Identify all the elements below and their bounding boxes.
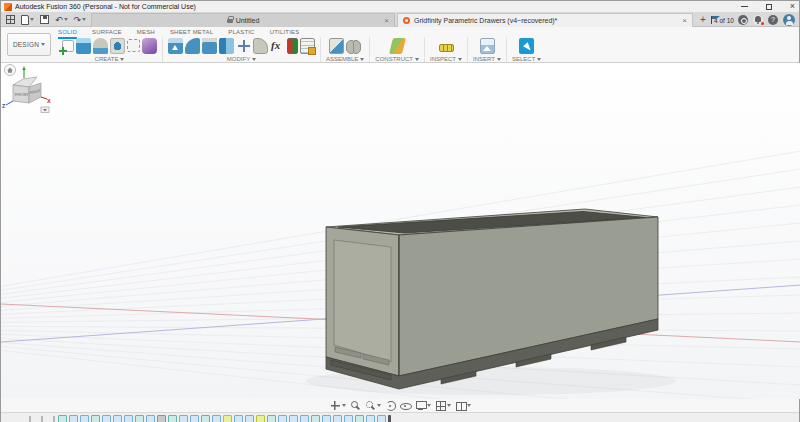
create-sketch-icon[interactable] xyxy=(62,40,74,52)
timeline-feature[interactable] xyxy=(245,415,254,422)
timeline-feature[interactable] xyxy=(278,415,287,422)
timeline-feature[interactable] xyxy=(179,415,188,422)
timeline-feature[interactable] xyxy=(355,415,364,422)
delete-icon[interactable] xyxy=(253,38,268,54)
create-form-icon[interactable] xyxy=(142,38,157,54)
timeline-play-controls[interactable] xyxy=(53,416,55,422)
timeline-feature[interactable] xyxy=(366,415,375,422)
modify-dropdown[interactable]: MODIFY xyxy=(168,56,315,62)
save-button[interactable] xyxy=(37,13,52,26)
shell-icon[interactable] xyxy=(202,38,217,54)
tab-untitled-label: Untitled xyxy=(236,17,260,24)
construction-plane-icon[interactable] xyxy=(389,38,406,54)
timeline-feature[interactable] xyxy=(102,415,111,422)
timeline-feature[interactable] xyxy=(311,415,320,422)
construct-dropdown[interactable]: CONSTRUCT xyxy=(375,56,419,62)
viewports-button[interactable] xyxy=(455,400,471,411)
close-button[interactable]: × xyxy=(790,2,795,11)
timeline-feature[interactable] xyxy=(135,415,144,422)
move-copy-icon[interactable] xyxy=(236,38,251,54)
select-dropdown[interactable]: SELECT xyxy=(512,56,541,62)
help-button[interactable]: ? xyxy=(768,15,778,25)
timeline-feature[interactable] xyxy=(212,415,221,422)
sweep-icon[interactable] xyxy=(93,38,108,54)
create-dropdown[interactable]: CREATE xyxy=(62,56,157,62)
change-parameters-icon[interactable] xyxy=(270,38,285,54)
timeline-feature[interactable] xyxy=(146,415,155,422)
file-menu-button[interactable] xyxy=(18,13,37,26)
timeline-feature[interactable] xyxy=(157,415,166,422)
assemble-dropdown[interactable]: ASSEMBLE xyxy=(326,56,364,62)
parameter-table-icon[interactable] xyxy=(300,38,315,54)
display-settings-button[interactable] xyxy=(415,400,431,411)
grid-and-snaps-button[interactable] xyxy=(435,400,451,411)
undo-button[interactable]: ↶ xyxy=(52,13,71,26)
insert-dropdown[interactable]: INSERT xyxy=(473,56,501,62)
insert-image-icon[interactable] xyxy=(480,38,495,54)
model-body[interactable] xyxy=(326,209,658,389)
tab-active-document[interactable]: Gridfinity Parametric Drawers (v4~recove… xyxy=(397,13,693,27)
timeline-feature[interactable] xyxy=(289,415,298,422)
fillet-icon[interactable] xyxy=(185,38,200,54)
timeline-feature[interactable] xyxy=(344,415,353,422)
timeline-feature[interactable] xyxy=(80,415,89,422)
timeline-feature[interactable] xyxy=(58,415,67,422)
minimize-button[interactable] xyxy=(741,6,748,7)
new-component-icon[interactable] xyxy=(329,38,344,54)
view-cube[interactable]: FRONT RIGHT Z X xyxy=(1,63,53,115)
timeline-play-controls[interactable] xyxy=(29,416,31,422)
physical-material-icon[interactable] xyxy=(287,38,298,54)
timeline-feature[interactable] xyxy=(113,415,122,422)
timeline-feature[interactable] xyxy=(201,415,210,422)
measure-icon[interactable] xyxy=(439,44,454,52)
timeline-feature[interactable] xyxy=(190,415,199,422)
redo-button[interactable]: ↷ xyxy=(71,13,90,26)
model-canvas xyxy=(1,63,800,399)
timeline-feature[interactable] xyxy=(91,415,100,422)
zoom-button[interactable] xyxy=(350,400,361,411)
orbit-button[interactable] xyxy=(385,400,396,411)
data-panel-button[interactable] xyxy=(3,13,18,26)
timeline-feature[interactable] xyxy=(300,415,309,422)
form-icon[interactable] xyxy=(127,39,140,52)
fit-button[interactable] xyxy=(365,400,381,411)
tab-bar: ↶ ↷ ⌂ Untitled × Gridfinity Parametric D… xyxy=(1,12,799,27)
press-pull-icon[interactable] xyxy=(168,38,183,54)
timeline-play-controls[interactable] xyxy=(41,416,43,422)
combine-icon[interactable] xyxy=(219,38,234,54)
avatar[interactable] xyxy=(783,14,795,26)
notifications-button[interactable] xyxy=(753,15,763,25)
tab-untitled[interactable]: Untitled × xyxy=(91,13,395,27)
timeline-feature[interactable] xyxy=(322,415,331,422)
caret-icon xyxy=(497,58,501,61)
timeline-feature[interactable] xyxy=(69,415,78,422)
inspect-dropdown[interactable]: INSPECT xyxy=(430,56,462,62)
3d-viewport[interactable]: FRONT RIGHT Z X xyxy=(1,63,800,399)
timeline-feature[interactable] xyxy=(168,415,177,422)
tab-untitled-close[interactable]: × xyxy=(384,15,389,26)
workspace-dropdown[interactable]: DESIGN xyxy=(7,33,51,56)
maximize-button[interactable] xyxy=(766,4,772,10)
tab-active-label: Gridfinity Parametric Drawers (v4~recove… xyxy=(414,17,557,24)
job-queue-icon[interactable] xyxy=(738,15,748,25)
look-at-button[interactable] xyxy=(400,400,411,411)
new-tab-button[interactable]: + xyxy=(697,14,709,26)
timeline-feature[interactable] xyxy=(124,415,133,422)
revolve-icon[interactable] xyxy=(110,38,125,54)
zoom-icon xyxy=(350,400,361,411)
select-cursor-icon[interactable] xyxy=(519,38,534,54)
joint-icon[interactable] xyxy=(346,38,361,54)
job-status-button[interactable]: 4 of 10 xyxy=(711,14,734,26)
timeline-feature[interactable] xyxy=(377,415,386,422)
tab-active-close[interactable]: × xyxy=(682,15,687,26)
timeline-feature[interactable] xyxy=(267,415,276,422)
extrude-icon[interactable] xyxy=(76,38,91,54)
caret-icon xyxy=(120,58,124,61)
timeline-feature[interactable] xyxy=(234,415,243,422)
fusion-document-icon xyxy=(403,17,410,24)
pan-button[interactable] xyxy=(330,400,346,411)
timeline-feature[interactable] xyxy=(256,415,265,422)
timeline-feature[interactable] xyxy=(223,415,232,422)
timeline-playhead[interactable] xyxy=(388,415,391,422)
timeline-feature[interactable] xyxy=(333,415,342,422)
